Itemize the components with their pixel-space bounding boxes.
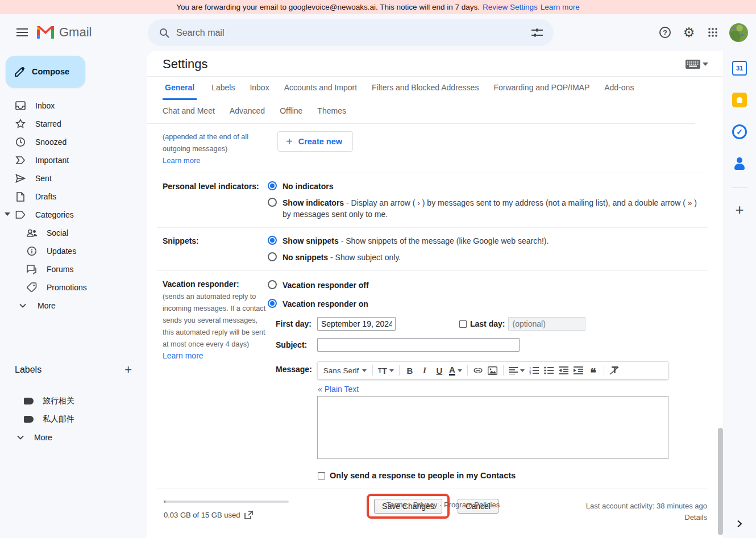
option-vacation-on: Vacation responder on (268, 298, 708, 310)
vacation-learn-more-link[interactable]: Learn more (163, 351, 203, 360)
font-family-select[interactable]: Sans Serif (321, 364, 369, 377)
categories-expand-icon[interactable] (5, 212, 10, 216)
tab-advanced[interactable]: Advanced (230, 100, 265, 123)
sidebar-item-social[interactable]: Social (0, 224, 139, 242)
tab-general[interactable]: General (163, 77, 197, 100)
contacts-only-checkbox[interactable] (318, 472, 325, 479)
insert-link-icon[interactable] (471, 364, 485, 377)
help-icon[interactable]: ? (653, 20, 677, 44)
compose-label: Compose (32, 67, 69, 76)
banner-learn-more-link[interactable]: Learn more (541, 3, 580, 11)
sidebar-item-more[interactable]: More (0, 297, 139, 315)
tab-forwarding[interactable]: Forwarding and POP/IMAP (493, 77, 589, 100)
compose-button[interactable]: Compose (6, 56, 85, 87)
storage-usage-text: 0.03 GB of 15 GB used (164, 511, 240, 519)
tasks-icon[interactable]: ✓ (729, 122, 750, 142)
last-day-checkbox[interactable] (459, 320, 467, 328)
sidebar-item-drafts[interactable]: Drafts (0, 187, 139, 206)
settings-tabs: General Labels Inbox Accounts and Import… (147, 77, 695, 124)
tab-labels[interactable]: Labels (211, 77, 235, 100)
search-input[interactable] (176, 28, 525, 38)
plain-text-link[interactable]: « Plain Text (318, 385, 668, 394)
last-day-input[interactable] (508, 317, 585, 331)
tab-offline[interactable]: Offline (280, 100, 302, 123)
underline-button[interactable]: U (433, 364, 446, 377)
tab-accounts-and-import[interactable]: Accounts and Import (284, 77, 357, 100)
signature-learn-more-link[interactable]: Learn more (163, 156, 200, 165)
italic-button[interactable]: I (418, 364, 431, 377)
subject-line: Subject: (276, 338, 708, 352)
vacation-message-textarea[interactable] (317, 396, 668, 459)
font-size-button[interactable]: TT (376, 364, 396, 377)
google-apps-icon[interactable] (701, 20, 725, 44)
get-addons-icon[interactable]: + (729, 199, 750, 220)
hide-side-panel-icon[interactable] (737, 520, 742, 528)
tab-chat-and-meet[interactable]: Chat and Meet (163, 100, 215, 123)
sidebar-item-starred[interactable]: Starred (0, 115, 139, 133)
align-icon[interactable] (507, 364, 526, 377)
option-show-snippets: Show snippets - Show snippets of the mes… (268, 235, 708, 247)
tab-filters[interactable]: Filters and Blocked Addresses (372, 77, 479, 100)
important-icon (15, 156, 26, 164)
review-settings-link[interactable]: Review Settings (483, 3, 538, 11)
sidebar-item-forums[interactable]: Forums (0, 260, 139, 278)
text-color-button[interactable]: A (447, 364, 464, 377)
remove-formatting-icon[interactable] (608, 364, 621, 377)
contacts-icon[interactable] (729, 153, 750, 174)
indent-less-icon[interactable] (557, 364, 571, 377)
label-item-private[interactable]: 私人邮件 (0, 410, 139, 428)
numbered-list-icon[interactable]: 123 (527, 364, 541, 377)
input-tools-toggle[interactable] (686, 60, 708, 69)
calendar-icon[interactable]: 31 (729, 58, 750, 78)
insert-image-icon[interactable] (486, 364, 500, 377)
program-policies-link[interactable]: Program Policies (444, 501, 500, 509)
privacy-link[interactable]: Privacy (413, 501, 438, 509)
details-link[interactable]: Details (586, 512, 707, 523)
sidebar-item-important[interactable]: Important (0, 151, 139, 169)
radio-show-indicators[interactable] (268, 198, 277, 207)
subject-input[interactable] (317, 338, 520, 352)
sidebar-item-inbox[interactable]: Inbox (0, 97, 139, 115)
sidebar-item-categories[interactable]: Categories (0, 206, 139, 224)
sidebar-item-sent[interactable]: Sent (0, 169, 139, 187)
first-day-input[interactable] (317, 317, 396, 331)
external-link-icon[interactable] (244, 511, 253, 519)
first-day-label: First day: (276, 319, 317, 328)
radio-no-snippets[interactable] (268, 252, 277, 261)
sidebar-item-snoozed[interactable]: Snoozed (0, 133, 139, 151)
indent-more-icon[interactable] (572, 364, 585, 377)
bold-button[interactable]: B (403, 364, 417, 377)
labels-more[interactable]: More (0, 428, 139, 447)
search-options-icon[interactable] (525, 21, 549, 45)
people-icon (26, 229, 38, 237)
sidebar-item-promotions[interactable]: Promotions (0, 278, 139, 297)
create-label-icon[interactable]: + (124, 362, 132, 377)
label-item-travel[interactable]: 旅行相关 (0, 392, 139, 410)
bulleted-list-icon[interactable] (542, 364, 556, 377)
scrollbar[interactable] (718, 428, 723, 535)
chevron-down-icon (520, 369, 525, 372)
sidebar-item-updates[interactable]: Updates (0, 242, 139, 260)
settings-gear-icon[interactable]: ⚙ (677, 20, 701, 44)
main-menu-icon[interactable] (9, 19, 35, 45)
radio-show-snippets[interactable] (268, 236, 277, 245)
terms-link[interactable]: Terms (387, 501, 406, 509)
pencil-icon (15, 66, 25, 77)
keep-icon[interactable] (729, 90, 750, 110)
side-panel-divider (732, 187, 747, 188)
radio-vacation-off[interactable] (268, 280, 277, 289)
personal-indicators-row: Personal level indicators: No indicators… (157, 173, 708, 228)
info-icon (26, 246, 38, 256)
tab-inbox[interactable]: Inbox (250, 77, 269, 100)
tab-addons[interactable]: Add-ons (604, 77, 634, 100)
search-icon[interactable] (152, 21, 176, 45)
radio-vacation-on[interactable] (268, 299, 277, 308)
tab-themes[interactable]: Themes (317, 100, 346, 123)
account-avatar[interactable] (729, 23, 748, 42)
create-new-signature-button[interactable]: + Create new (277, 131, 353, 152)
radio-no-indicators[interactable] (268, 181, 277, 190)
gmail-wordmark: Gmail (59, 25, 92, 40)
gmail-logo[interactable]: Gmail (36, 21, 92, 44)
option-show-indicators: Show indicators - Display an arrow ( › )… (268, 197, 703, 220)
quote-icon[interactable]: ❝ (587, 364, 600, 377)
